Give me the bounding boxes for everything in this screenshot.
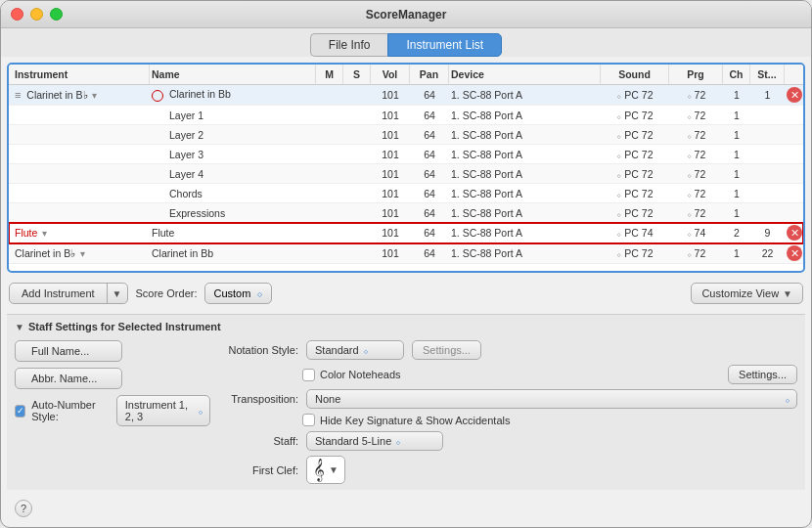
staff-settings-header: ▼ Staff Settings for Selected Instrument bbox=[15, 321, 797, 332]
st-cell bbox=[750, 113, 785, 117]
tab-instrument-list[interactable]: Instrument List bbox=[387, 33, 502, 57]
ch-cell: 1 bbox=[723, 186, 750, 201]
staff-settings: ▼ Staff Settings for Selected Instrument… bbox=[7, 314, 805, 490]
window-title: ScoreManager bbox=[366, 8, 447, 22]
remove-cell: ✕ bbox=[785, 223, 803, 242]
pan-cell: 64 bbox=[410, 186, 449, 201]
device-cell: 1. SC-88 Port A bbox=[449, 147, 601, 162]
st-cell: 1 bbox=[750, 87, 785, 103]
auto-number-dropdown[interactable]: Instrument 1, 2, 3 ⬦ bbox=[116, 395, 210, 426]
st-cell: 9 bbox=[750, 225, 785, 241]
add-instrument-button[interactable]: Add Instrument ▼ bbox=[9, 283, 128, 304]
maximize-button[interactable] bbox=[50, 8, 63, 21]
first-clef-dropdown[interactable]: 𝄞 ▼ bbox=[306, 456, 345, 484]
prg-cell: ⬦ 72 bbox=[669, 87, 723, 103]
remove-button[interactable]: ✕ bbox=[787, 225, 802, 241]
pan-cell: 64 bbox=[410, 87, 449, 103]
name-cell: Clarinet in Bb bbox=[150, 86, 316, 103]
col-instrument: Instrument bbox=[13, 65, 150, 84]
auto-number-label: Auto-Number Style: bbox=[31, 399, 111, 422]
staff-dropdown[interactable]: Standard 5-Line ⬦ bbox=[306, 431, 443, 451]
transposition-value: None bbox=[315, 393, 340, 405]
s-cell bbox=[343, 133, 371, 137]
instrument-name: Flute bbox=[15, 227, 37, 239]
s-cell bbox=[343, 172, 371, 176]
transposition-label: Transposition: bbox=[220, 393, 298, 405]
minimize-button[interactable] bbox=[30, 8, 43, 21]
tab-file-info[interactable]: File Info bbox=[310, 33, 388, 57]
m-cell bbox=[316, 192, 343, 196]
add-instrument-arrow-icon: ▼ bbox=[108, 285, 127, 303]
prg-cell: ⬦ 72 bbox=[669, 186, 723, 201]
m-cell bbox=[316, 153, 343, 156]
remove-cell bbox=[785, 133, 803, 137]
device-cell: 1. SC-88 Port A bbox=[449, 205, 601, 221]
color-noteheads-checkbox[interactable] bbox=[302, 369, 315, 381]
notation-style-label: Notation Style: bbox=[220, 344, 298, 356]
table-row: Layer 3 101 64 1. SC-88 Port A ⬦ PC 72 ⬦… bbox=[9, 145, 803, 164]
name-cell: Chords bbox=[150, 186, 316, 201]
pan-cell: 64 bbox=[410, 166, 449, 182]
score-manager-window: ScoreManager File Info Instrument List I… bbox=[0, 0, 812, 528]
prg-cell: ⬦ 74 bbox=[669, 225, 723, 241]
score-order-label: Score Order: bbox=[136, 287, 198, 299]
notation-settings-button[interactable]: Settings... bbox=[412, 340, 481, 360]
pan-cell: 64 bbox=[410, 205, 449, 221]
main-content: Instrument Name M S Vol Pan Device Sound… bbox=[1, 57, 811, 527]
staff-row: Staff: Standard 5-Line ⬦ bbox=[220, 431, 797, 451]
expand-icon[interactable]: ▾ bbox=[80, 248, 85, 259]
notation-style-dropdown[interactable]: Standard ⬦ bbox=[306, 340, 404, 360]
s-cell bbox=[343, 192, 371, 196]
col-vol: Vol bbox=[371, 65, 410, 84]
hide-key-checkbox[interactable] bbox=[302, 414, 315, 426]
sound-cell: ⬦ PC 72 bbox=[601, 166, 669, 182]
m-cell bbox=[316, 93, 343, 97]
clef-dropdown-arrow-icon: ▼ bbox=[329, 464, 338, 475]
full-name-button[interactable]: Full Name... bbox=[15, 340, 122, 362]
col-ch: Ch bbox=[723, 65, 750, 84]
col-s: S bbox=[343, 65, 371, 84]
vol-cell: 101 bbox=[371, 245, 410, 261]
pan-cell: 64 bbox=[410, 108, 449, 123]
abbr-name-button[interactable]: Abbr. Name... bbox=[15, 368, 122, 389]
auto-number-value: Instrument 1, 2, 3 bbox=[125, 399, 194, 422]
color-noteheads-row: Color Noteheads Settings... bbox=[220, 365, 797, 384]
s-cell bbox=[343, 211, 371, 215]
auto-number-checkbox[interactable]: ✓ bbox=[15, 405, 25, 418]
vol-cell: 101 bbox=[371, 205, 410, 221]
prg-cell: ⬦ 72 bbox=[669, 147, 723, 162]
color-noteheads-settings-button[interactable]: Settings... bbox=[728, 365, 797, 384]
remove-cell bbox=[785, 113, 803, 117]
instrument-cell bbox=[13, 192, 150, 196]
name-cell: Layer 3 bbox=[150, 147, 316, 162]
vol-cell: 101 bbox=[371, 225, 410, 241]
transposition-dropdown[interactable]: None ⬦ bbox=[306, 389, 797, 409]
notation-style-row: Notation Style: Standard ⬦ Settings... bbox=[220, 340, 797, 360]
m-cell bbox=[316, 251, 343, 255]
instrument-table-container: Instrument Name M S Vol Pan Device Sound… bbox=[7, 63, 805, 273]
transposition-arrow-icon: ⬦ bbox=[785, 394, 790, 405]
remove-button[interactable]: ✕ bbox=[787, 87, 802, 103]
expand-icon[interactable]: ▾ bbox=[92, 90, 97, 101]
ch-cell: 1 bbox=[723, 147, 750, 162]
help-button[interactable]: ? bbox=[15, 500, 32, 517]
m-cell bbox=[316, 172, 343, 176]
bottom-bar: Add Instrument ▼ Score Order: Custom ⬦ C… bbox=[7, 279, 805, 308]
name-cell: Flute bbox=[150, 225, 316, 241]
prg-cell: ⬦ 72 bbox=[669, 205, 723, 221]
col-device: Device bbox=[449, 65, 601, 84]
notation-style-arrow-icon: ⬦ bbox=[363, 345, 369, 356]
pan-cell: 64 bbox=[410, 225, 449, 241]
s-cell bbox=[343, 93, 371, 97]
score-order-value: Custom bbox=[213, 287, 250, 299]
expand-icon[interactable]: ▾ bbox=[42, 228, 47, 239]
staff-label: Staff: bbox=[220, 435, 298, 447]
customize-view-button[interactable]: Customize View ▼ bbox=[691, 283, 803, 304]
close-button[interactable] bbox=[11, 8, 23, 21]
remove-button[interactable]: ✕ bbox=[787, 245, 802, 261]
device-cell: 1. SC-88 Port A bbox=[449, 225, 601, 241]
m-cell bbox=[316, 133, 343, 137]
score-order-dropdown[interactable]: Custom ⬦ bbox=[204, 283, 272, 304]
ch-cell: 1 bbox=[723, 108, 750, 123]
transposition-row: Transposition: None ⬦ bbox=[220, 389, 797, 409]
